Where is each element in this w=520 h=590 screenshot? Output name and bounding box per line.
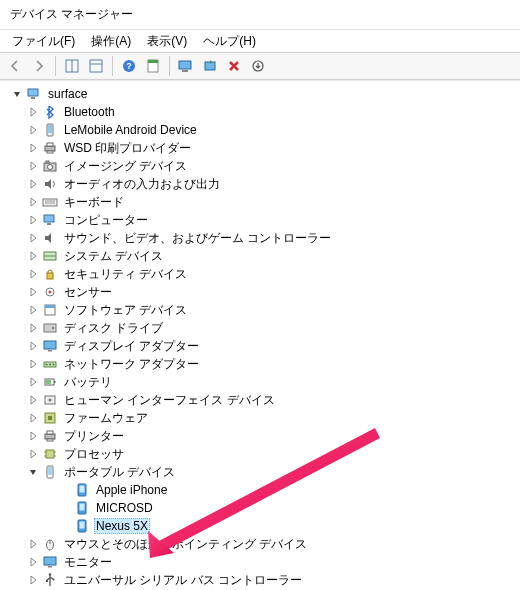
x-icon [227,59,241,73]
expander-icon[interactable] [26,267,40,281]
svg-rect-48 [48,416,52,420]
tree-node-label: プロセッサ [62,445,126,464]
menu-view[interactable]: 表示(V) [141,31,193,52]
tree-node[interactable]: センサー [0,283,520,301]
expander-icon[interactable] [26,555,40,569]
software-icon [42,302,58,318]
expander-icon[interactable] [26,177,40,191]
tree-node[interactable]: ユニバーサル シリアル バス コントローラー [0,571,520,589]
tree-root[interactable]: surface [0,85,520,103]
svg-rect-12 [28,89,38,96]
tree-node[interactable]: プリンター [0,427,520,445]
tree-node[interactable]: マウスとそのほかのポインティング デバイス [0,535,520,553]
audio-icon [42,176,58,192]
tree-node[interactable]: バッテリ [0,373,520,391]
svg-rect-41 [53,364,55,366]
svg-point-46 [49,399,52,402]
svg-rect-18 [47,151,53,153]
expander-icon[interactable] [26,537,40,551]
expander-icon[interactable] [26,123,40,137]
tree-node-label: ポータブル デバイス [62,463,177,482]
tree-node-label: WSD 印刷プロバイダー [62,139,193,158]
tree-node[interactable]: システム デバイス [0,247,520,265]
expander-icon[interactable] [26,159,40,173]
tree-node[interactable]: ポータブル デバイス [0,463,520,481]
tree-node-label: ヒューマン インターフェイス デバイス [62,391,277,410]
tree-child-node[interactable]: MICROSD [0,499,520,517]
tree-node[interactable]: キーボード [0,193,520,211]
toolbar-uninstall-button[interactable] [223,55,245,77]
expander-icon[interactable] [26,105,40,119]
expander-icon[interactable] [10,87,24,101]
tree-node[interactable]: ソフトウェア デバイス [0,301,520,319]
arrow-left-icon [8,59,22,73]
toolbar-update-button[interactable] [199,55,221,77]
expander-icon[interactable] [26,447,40,461]
menu-help[interactable]: ヘルプ(H) [197,31,262,52]
toolbar-refresh-button[interactable] [247,55,269,77]
device-blue-icon [74,482,90,498]
svg-point-20 [48,165,53,170]
tree-node[interactable]: プロセッサ [0,445,520,463]
expander-icon[interactable] [26,393,40,407]
tree-node-label: オーディオの入力および出力 [62,175,222,194]
tree-node[interactable]: ファームウェア [0,409,520,427]
toolbar-forward-button[interactable] [28,55,50,77]
toolbar-properties-button[interactable] [142,55,164,77]
expander-icon[interactable] [26,375,40,389]
svg-point-69 [49,573,52,576]
expander-icon[interactable] [26,231,40,245]
tree-node[interactable]: モニター [0,553,520,571]
toolbar-help-button[interactable]: ? [118,55,140,77]
expander-icon[interactable] [26,573,40,587]
toolbar-back-button[interactable] [4,55,26,77]
toolbar-grid2-button[interactable] [85,55,107,77]
tree-node-label: ユニバーサル シリアル バス コントローラー [62,571,304,590]
expander-icon[interactable] [26,339,40,353]
expander-icon[interactable] [26,411,40,425]
arrow-right-icon [32,59,46,73]
svg-rect-67 [44,557,56,565]
tree-node[interactable]: オーディオの入力および出力 [0,175,520,193]
svg-rect-17 [47,143,53,146]
menu-action[interactable]: 操作(A) [85,31,137,52]
expander-icon[interactable] [26,213,40,227]
expander-icon[interactable] [26,357,40,371]
menu-file[interactable]: ファイル(F) [6,31,81,52]
tree-child-node[interactable]: Nexus 5X [0,517,520,535]
device-tree: surfaceBluetoothLeMobile Android DeviceW… [0,81,520,590]
firmware-icon [42,410,58,426]
tree-node[interactable]: ヒューマン インターフェイス デバイス [0,391,520,409]
battery-icon [42,374,58,390]
device-tree-pane[interactable]: surfaceBluetoothLeMobile Android DeviceW… [0,80,520,590]
expander-icon[interactable] [26,429,40,443]
tree-node[interactable]: ネットワーク アダプター [0,355,520,373]
tree-node[interactable]: コンピューター [0,211,520,229]
tree-node[interactable]: セキュリティ デバイス [0,265,520,283]
expander-icon[interactable] [26,195,40,209]
svg-rect-40 [49,364,51,366]
expander-icon[interactable] [26,465,40,479]
refresh-down-icon [251,59,265,73]
expander-icon[interactable] [26,249,40,263]
tree-child-node[interactable]: Apple iPhone [0,481,520,499]
tree-node[interactable]: ディスプレイ アダプター [0,337,520,355]
hid-icon [42,392,58,408]
svg-rect-2 [90,60,102,72]
expander-icon[interactable] [26,285,40,299]
tree-node[interactable]: ディスク ドライブ [0,319,520,337]
tree-node[interactable]: イメージング デバイス [0,157,520,175]
expander-icon[interactable] [26,303,40,317]
toolbar-separator [112,56,113,76]
tree-node[interactable]: WSD 印刷プロバイダー [0,139,520,157]
tree-node[interactable]: Bluetooth [0,103,520,121]
tree-node-label: Apple iPhone [94,482,169,498]
computer-icon [42,212,58,228]
expander-icon[interactable] [26,141,40,155]
svg-rect-29 [47,273,53,279]
tree-node[interactable]: LeMobile Android Device [0,121,520,139]
toolbar-scan-button[interactable] [175,55,197,77]
toolbar-grid1-button[interactable] [61,55,83,77]
expander-icon[interactable] [26,321,40,335]
tree-node[interactable]: サウンド、ビデオ、およびゲーム コントローラー [0,229,520,247]
